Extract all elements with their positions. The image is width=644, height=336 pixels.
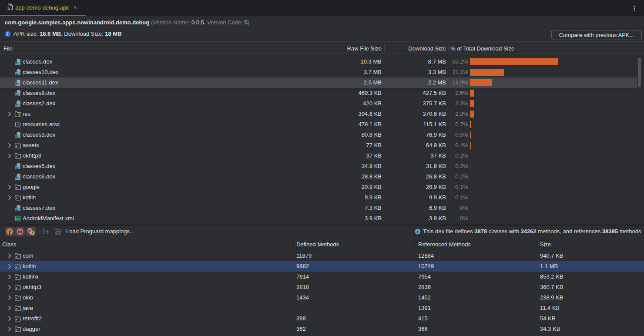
package-size: 940.7 KB <box>540 251 564 261</box>
chevron-right-icon[interactable] <box>6 273 13 280</box>
package-size: 853.2 KB <box>540 272 564 282</box>
class-row-retrofit2[interactable]: retrofit239841554 KB <box>0 313 644 324</box>
close-icon[interactable]: × <box>74 4 77 10</box>
chevron-right-icon[interactable] <box>6 305 13 312</box>
dex-icon: 01 <box>14 58 21 65</box>
flatten-packages-icon[interactable]: a.b <box>54 228 61 235</box>
file-row-res[interactable]: res394.6 KB370.6 KB2.3% <box>0 109 637 119</box>
file-table-header: File Raw File Size Download Size % of To… <box>0 41 644 54</box>
defined-methods: 398 <box>296 313 306 324</box>
column-header-referenced-methods[interactable]: Referenced Methods <box>418 239 471 250</box>
percent-of-total: 0.2% <box>425 171 468 182</box>
show-fields-icon[interactable]: f <box>5 227 14 236</box>
file-row-classes9.dex[interactable]: 01classes9.dex469.3 KB427.5 KB2.6% <box>0 88 637 98</box>
download-size-label: , Download Size: <box>61 30 105 37</box>
folder-icon <box>14 263 21 270</box>
file-row-AndroidManifest.xml[interactable]: MAndroidManifest.xml3.9 KB3.9 KB0% <box>0 213 637 224</box>
folder-icon <box>14 194 21 201</box>
more-vertical-icon[interactable] <box>629 3 640 13</box>
chevron-right-icon[interactable] <box>6 326 13 333</box>
chevron-right-icon[interactable] <box>6 152 13 159</box>
dex-icon: 01 <box>14 173 21 180</box>
file-name: resources.arsc <box>23 119 60 130</box>
svg-text:m: m <box>18 228 22 235</box>
manifest-icon: M <box>14 215 21 222</box>
file-row-classes6.dex[interactable]: 01classes6.dex28.8 KB26.8 KB0.2% <box>0 171 637 182</box>
column-divider <box>417 239 417 249</box>
compare-with-previous-apk-button[interactable]: Compare with previous APK... <box>551 30 642 40</box>
file-name: res <box>23 109 30 119</box>
load-proguard-mappings-button[interactable]: Load Proguard mappings... <box>66 225 134 238</box>
class-row-com[interactable]: com1187912884940.7 KB <box>0 251 644 261</box>
file-row-classes.dex[interactable]: 01classes.dex10.3 MB8.7 MB55.2% <box>0 57 637 67</box>
class-row-okhttp3[interactable]: okhttp328182836360.7 KB <box>0 282 644 292</box>
folder-icon <box>14 142 21 149</box>
package-size: 54 KB <box>540 313 555 324</box>
version-code-label: , Version Code: <box>204 19 245 26</box>
show-methods-icon[interactable]: m <box>15 227 25 236</box>
expand-nodes-icon[interactable] <box>42 228 49 235</box>
file-row-assets[interactable]: assets77 KB64.9 KB0.4% <box>0 140 637 151</box>
class-tree-table: com1187912884940.7 KBkotlin9682107491.1 … <box>0 250 644 336</box>
file-row-google[interactable]: google20.9 KB20.9 KB0.1% <box>0 182 637 192</box>
download-share-bar <box>470 121 471 128</box>
file-name: classes11.dex <box>23 77 58 88</box>
referenced-methods: 366 <box>418 324 428 334</box>
chevron-right-icon[interactable] <box>6 184 13 191</box>
column-header-download-size[interactable]: Download Size <box>359 43 446 54</box>
version-name-value: 0.0.5 <box>191 19 204 26</box>
column-divider <box>261 43 261 53</box>
vertical-scrollbar-thumb[interactable] <box>638 58 641 87</box>
class-row-kotlin[interactable]: kotlin9682107491.1 MB <box>0 261 644 272</box>
tab-app-demo-debug-apk[interactable]: app-demo-debug.apk × <box>0 0 83 15</box>
dex-info-text: methods, and references <box>537 228 602 235</box>
file-tree-table: 01classes.dex10.3 MB8.7 MB55.2%01classes… <box>0 54 644 225</box>
file-row-classes7.dex[interactable]: 01classes7.dex7.3 KB6.9 KB0% <box>0 203 637 213</box>
folder-res-icon <box>14 111 21 118</box>
file-row-classes3.dex[interactable]: 01classes3.dex80.8 KB76.9 KB0.5% <box>0 130 637 140</box>
referenced-methods: 2836 <box>418 282 431 292</box>
dex-summary-line: This dex file defines 3878 classes with … <box>415 225 643 238</box>
dex-icon: 01 <box>14 131 21 138</box>
column-header-class[interactable]: Class <box>2 239 17 250</box>
class-row-dagger[interactable]: dagger36236634.3 KB <box>0 324 644 334</box>
editor-tab-bar: app-demo-debug.apk × <box>0 0 644 16</box>
package-name: kotlin <box>23 261 36 272</box>
chevron-right-icon[interactable] <box>6 111 13 118</box>
file-row-resources.arsc[interactable]: ?resources.arsc478.1 KB115.1 KB0.7% <box>0 119 637 130</box>
chevron-right-icon[interactable] <box>6 252 13 259</box>
defined-methods: 7614 <box>296 272 309 282</box>
chevron-right-icon[interactable] <box>6 294 13 301</box>
show-referenced-icon[interactable]: m f <box>26 227 36 236</box>
file-row-classes2.dex[interactable]: 01classes2.dex420 KB375.7 KB2.3% <box>0 98 637 109</box>
file-row-classes10.dex[interactable]: 01classes10.dex3.7 MB3.3 MB21.1% <box>0 67 637 77</box>
file-row-classes11.dex[interactable]: 01classes11.dex2.5 MB2.2 MB13.9% <box>0 77 637 88</box>
chevron-right-icon[interactable] <box>6 194 13 201</box>
chevron-right-icon[interactable] <box>6 315 13 322</box>
file-row-classes5.dex[interactable]: 01classes5.dex34.9 KB31.9 KB0.2% <box>0 161 637 171</box>
chevron-right-icon[interactable] <box>6 263 13 270</box>
column-header-file[interactable]: File <box>3 43 13 54</box>
dex-icon: 01 <box>14 163 21 170</box>
chevron-right-icon[interactable] <box>6 284 13 291</box>
defined-methods: 11879 <box>296 251 312 261</box>
column-header-pct-of-total[interactable]: % of Total Download Size <box>450 43 514 54</box>
column-header-size[interactable]: Size <box>540 239 551 250</box>
tab-title: app-demo-debug.apk <box>15 4 69 11</box>
file-row-okhttp3[interactable]: okhttp337 KB37 KB0.2% <box>0 151 637 161</box>
chevron-right-icon[interactable] <box>6 142 13 149</box>
apk-analyzer-window: app-demo-debug.apk × com.google.samples.… <box>0 0 644 336</box>
column-divider <box>384 43 385 53</box>
dex-info-methods: 34262 <box>521 228 537 235</box>
class-row-java[interactable]: java139111.4 KB <box>0 303 644 313</box>
folder-icon <box>14 184 21 191</box>
folder-icon <box>14 294 21 301</box>
dex-icon: 01 <box>14 69 21 76</box>
package-name: retrofit2 <box>23 313 42 324</box>
class-row-okio[interactable]: okio14341452238.9 KB <box>0 292 644 303</box>
column-header-defined-methods[interactable]: Defined Methods <box>296 239 339 250</box>
referenced-methods: 1391 <box>418 303 431 313</box>
class-row-kotlinx[interactable]: kotlinx76147954853.2 KB <box>0 272 644 282</box>
file-row-kotlin[interactable]: kotlin9.9 KB9.9 KB0.1% <box>0 192 637 203</box>
file-unknown-icon: ? <box>14 121 21 128</box>
